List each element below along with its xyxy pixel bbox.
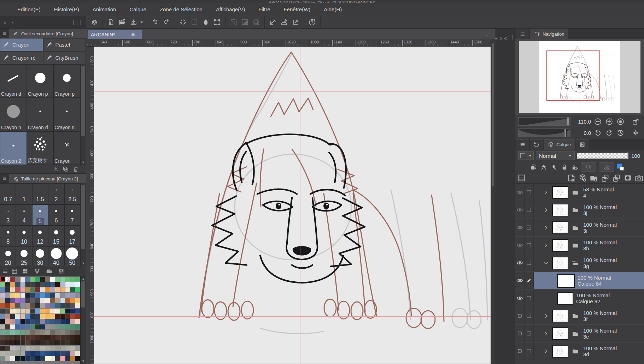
lock-layer-icon[interactable]	[560, 163, 568, 171]
color-swatch[interactable]	[65, 309, 70, 314]
color-swatch[interactable]	[5, 346, 10, 351]
color-swatch[interactable]	[65, 356, 70, 361]
canvas-scrollbar-vertical[interactable]	[491, 39, 495, 364]
color-swatch[interactable]	[5, 351, 10, 356]
color-swatch[interactable]	[10, 314, 15, 319]
color-swatch[interactable]	[5, 330, 10, 335]
color-swatch[interactable]	[21, 314, 25, 319]
layer-select-checkbox[interactable]	[525, 290, 534, 307]
layer-thumbnail[interactable]	[552, 257, 568, 269]
menu-item-7[interactable]: Filtre	[252, 3, 277, 16]
layer-opacity-slider[interactable]	[577, 153, 629, 159]
color-swatch[interactable]	[35, 346, 40, 351]
color-swatch[interactable]	[55, 335, 60, 340]
brush-size-2.5[interactable]: 2.5	[64, 183, 80, 204]
sel-line-icon[interactable]	[229, 18, 238, 27]
color-swatch[interactable]	[10, 340, 15, 345]
color-swatch[interactable]	[40, 314, 45, 319]
color-swatch[interactable]	[25, 293, 30, 298]
layer-row-content[interactable]: 100 % Normal3h	[534, 237, 644, 254]
layer-visibility-eye-icon[interactable]	[515, 237, 525, 254]
zoom-slider-handle[interactable]	[567, 117, 569, 126]
color-swatch[interactable]	[55, 287, 60, 292]
color-swatch[interactable]	[5, 314, 10, 319]
layer-row-3j[interactable]: 100 % Normal3j	[515, 201, 644, 219]
color-swatch[interactable]	[35, 287, 40, 292]
layer-row-3f[interactable]: 100 % Normal3f	[515, 307, 644, 325]
color-swatch[interactable]	[30, 277, 35, 282]
color-swatch[interactable]	[55, 277, 60, 282]
color-swatch[interactable]	[25, 277, 30, 282]
tab-navigation[interactable]: Navigation	[530, 29, 568, 39]
rotate-right-icon[interactable]	[604, 128, 614, 137]
brush-item-2[interactable]: Crayon p	[27, 64, 54, 98]
color-swatch[interactable]	[45, 351, 50, 356]
color-swatch[interactable]	[55, 298, 60, 303]
brush-size-12[interactable]: 12	[32, 226, 48, 247]
layer-select-checkbox[interactable]	[525, 184, 534, 201]
color-swatch[interactable]	[30, 303, 35, 308]
color-swatch[interactable]	[40, 277, 45, 282]
color-swatch[interactable]	[15, 282, 20, 287]
color-swatch[interactable]	[75, 330, 80, 335]
opacity-slider-handle[interactable]	[627, 152, 629, 159]
color-swatch[interactable]	[0, 319, 5, 324]
swatch-scrollbar[interactable]: ▲ ▼	[80, 276, 86, 364]
layer-list-view-icon[interactable]	[517, 174, 526, 182]
zoom-slider[interactable]	[518, 117, 570, 126]
color-swatch[interactable]	[15, 356, 20, 361]
csp-logo-icon[interactable]	[90, 18, 99, 27]
color-swatch[interactable]	[60, 351, 65, 356]
layer-thumbnail[interactable]	[552, 221, 568, 234]
help-icon[interactable]	[308, 18, 317, 27]
color-swatch[interactable]	[0, 277, 5, 282]
color-swatch[interactable]	[35, 277, 40, 282]
color-swatch[interactable]	[25, 340, 30, 345]
brush-size-8[interactable]: 8	[0, 226, 16, 247]
layer-editing-pen-icon[interactable]	[525, 272, 534, 289]
color-swatch[interactable]	[21, 303, 25, 308]
color-swatch[interactable]	[10, 287, 15, 292]
chevron-right-icon[interactable]	[544, 349, 549, 354]
color-swatch[interactable]	[5, 319, 10, 324]
new-vector-layer-icon[interactable]	[578, 174, 587, 182]
color-swatch[interactable]	[25, 356, 30, 361]
layer-color-swatch[interactable]	[617, 163, 624, 171]
color-swatch[interactable]	[0, 346, 5, 351]
color-swatch[interactable]	[15, 340, 20, 345]
color-swatch[interactable]	[5, 298, 10, 303]
chevron-right-icon[interactable]	[544, 314, 549, 318]
collapse-panel-icon[interactable]: «	[4, 19, 6, 25]
color-swatch[interactable]	[40, 324, 45, 329]
color-swatch[interactable]	[25, 314, 30, 319]
new-raster-layer-icon[interactable]	[567, 174, 575, 182]
color-swatch[interactable]	[45, 282, 50, 287]
color-swatch[interactable]	[45, 309, 50, 314]
color-swatch[interactable]	[30, 356, 35, 361]
color-swatch[interactable]	[65, 319, 70, 324]
color-swatch[interactable]	[40, 319, 45, 324]
color-swatch[interactable]	[30, 287, 35, 292]
layer-color-dropdown[interactable]	[518, 151, 534, 160]
color-swatch[interactable]	[0, 351, 5, 356]
brush-item-9[interactable]: Crayon	[53, 131, 80, 165]
delete-brush-icon[interactable]	[72, 166, 79, 172]
color-swatch[interactable]	[45, 319, 50, 324]
color-swatch[interactable]	[30, 319, 35, 324]
color-swatch[interactable]	[70, 346, 75, 351]
document-tab[interactable]: ARCANIN*	[88, 30, 142, 39]
color-swatch[interactable]	[45, 314, 50, 319]
color-swatch[interactable]	[35, 351, 40, 356]
chevron-right-icon[interactable]	[544, 243, 549, 248]
sel-rect-icon[interactable]	[252, 18, 261, 27]
color-swatch[interactable]	[10, 293, 15, 298]
color-swatch[interactable]	[35, 335, 40, 340]
draft-layer-icon[interactable]	[550, 163, 558, 171]
layer-select-checkbox[interactable]	[525, 325, 534, 342]
color-swatch[interactable]	[30, 282, 35, 287]
fit-to-screen-icon[interactable]	[631, 117, 640, 126]
color-swatch[interactable]	[75, 346, 80, 351]
color-swatch[interactable]	[45, 298, 50, 303]
color-swatch[interactable]	[0, 293, 5, 298]
color-swatch[interactable]	[40, 330, 45, 335]
